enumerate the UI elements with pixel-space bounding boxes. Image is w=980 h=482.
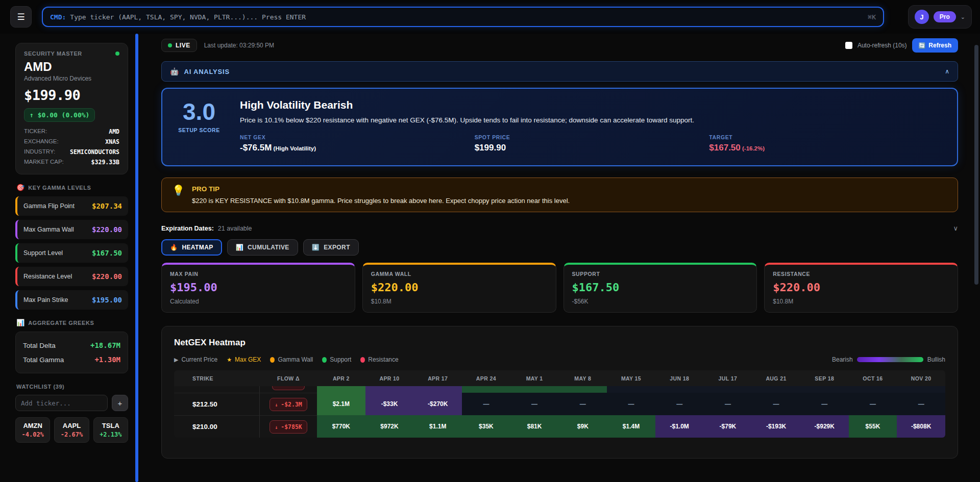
gamma-level-value: $195.00 [92, 296, 122, 304]
keyboard-shortcut-hint: ⌘K [868, 13, 876, 21]
column-header: SEP 18 [800, 370, 849, 386]
card-value: $220.00 [773, 281, 949, 294]
add-ticker-input[interactable]: Add ticker... [15, 395, 108, 411]
gamma-level-label: Max Gamma Wall [23, 226, 74, 233]
gex-cell[interactable] [317, 386, 365, 393]
gex-cell[interactable]: — [849, 393, 897, 415]
gamma-level-row[interactable]: Max Pain Strike$195.00 [15, 290, 128, 310]
column-header: APR 2 [317, 370, 365, 386]
gamma-level-row[interactable]: Gamma Flip Point$207.34 [15, 196, 128, 216]
gex-cell[interactable]: $81K [510, 415, 559, 438]
watchlist-tile[interactable]: TSLA+2.13% [93, 417, 128, 443]
strike-cell: $210.00 [174, 415, 260, 438]
auto-refresh-checkbox[interactable] [845, 42, 852, 49]
cmd-placeholder: Type ticker (AAPL, TSLA, SPY, NVDA, PLTR… [70, 13, 864, 21]
gradient-bar [857, 357, 923, 362]
hamburger-menu-icon[interactable]: ☰ [10, 6, 32, 28]
flow-delta-badge: ↓ -$785K [270, 420, 307, 434]
user-menu[interactable]: J Pro ⌄ [908, 5, 972, 29]
pro-tip-box: 💡 PRO TIP $220 is KEY RESISTANCE with $1… [161, 177, 958, 212]
gex-cell[interactable] [800, 386, 849, 393]
gex-cell[interactable]: $972K [365, 415, 414, 438]
chevron-down-icon[interactable]: ⌄ [961, 14, 965, 20]
gex-cell[interactable]: $35K [462, 415, 510, 438]
online-status-dot [115, 52, 119, 56]
gex-cell[interactable] [510, 386, 559, 393]
gex-cell[interactable]: $9K [558, 415, 607, 438]
gex-cell[interactable]: -$193K [752, 415, 800, 438]
gex-cell[interactable]: -$808K [897, 415, 945, 438]
gex-cell[interactable]: — [462, 393, 510, 415]
gex-cell[interactable]: — [558, 393, 607, 415]
field-value: $329.33B [91, 159, 119, 166]
watchlist-tile[interactable]: AMZN-4.02% [15, 417, 50, 443]
flow-badge-clipped [272, 386, 305, 390]
gex-cell[interactable] [897, 386, 945, 393]
add-ticker-button[interactable]: + [112, 395, 128, 411]
gex-cell[interactable] [365, 386, 414, 393]
gamma-levels-heading: KEY GAMMA LEVELS [28, 185, 91, 191]
gex-cell[interactable] [558, 386, 607, 393]
gex-cell[interactable]: — [510, 393, 559, 415]
gamma-level-row[interactable]: Support Level$167.50 [15, 243, 128, 263]
gex-cell[interactable]: $770K [317, 415, 365, 438]
gex-cell[interactable] [655, 386, 704, 393]
gex-cell[interactable] [607, 386, 655, 393]
gex-cell[interactable]: $55K [849, 415, 897, 438]
triangle-icon: ▶ [174, 357, 178, 363]
gamma-level-row[interactable]: Resistance Level$220.00 [15, 267, 128, 286]
greeks-heading: AGGREGATE GREEKS [28, 320, 94, 326]
column-header: JUN 18 [655, 370, 704, 386]
analysis-description: Price is 10.1% below $220 resistance wit… [240, 116, 944, 124]
gex-cell[interactable]: -$79K [704, 415, 752, 438]
watchlist-tile[interactable]: AAPL-2.67% [54, 417, 89, 443]
gex-cell[interactable]: — [752, 393, 800, 415]
analysis-stat: TARGET$167.50 (-16.2%) [709, 134, 944, 153]
gex-cell[interactable] [413, 386, 462, 393]
field-label: EXCHANGE: [24, 138, 59, 145]
expiration-dates-count: 21 available [218, 225, 252, 232]
gex-cell[interactable]: — [607, 393, 655, 415]
expiration-chevron-icon[interactable]: ∨ [953, 224, 958, 232]
gex-cell[interactable]: — [800, 393, 849, 415]
gex-cell[interactable] [849, 386, 897, 393]
security-fields: TICKER:AMDEXCHANGE:XNASINDUSTRY:SEMICOND… [24, 128, 119, 166]
refresh-button[interactable]: 🔄 Refresh [912, 38, 958, 53]
collapse-chevron-icon[interactable]: ∧ [945, 68, 949, 75]
tab-cumulative[interactable]: 📊CUMULATIVE [227, 239, 298, 256]
gex-cell[interactable]: -$33K [365, 393, 414, 415]
stat-label: SPOT PRICE [475, 134, 709, 140]
card-value: $220.00 [371, 281, 548, 294]
gex-cell[interactable]: — [897, 393, 945, 415]
cmd-prefix: CMD: [50, 13, 66, 21]
gex-cell[interactable] [704, 386, 752, 393]
ai-analysis-header[interactable]: 🤖 AI ANALYSIS ∧ [161, 61, 958, 82]
avatar[interactable]: J [915, 10, 929, 24]
watchlist-tiles: AMZN-4.02%AAPL-2.67%TSLA+2.13% [15, 417, 128, 443]
gex-cell[interactable] [462, 386, 510, 393]
view-tabs: 🔥HEATMAP📊CUMULATIVE⬇️EXPORT [161, 239, 958, 256]
strike-cell: $212.50 [174, 393, 260, 415]
gex-cell[interactable]: -$929K [800, 415, 849, 438]
tab-heatmap[interactable]: 🔥HEATMAP [161, 239, 222, 256]
card-sublabel: $10.8M [773, 298, 949, 305]
gex-cell[interactable]: $2.1M [317, 393, 365, 415]
gex-cell[interactable] [752, 386, 800, 393]
gex-cell[interactable]: — [655, 393, 704, 415]
watchlist-heading: WATCHLIST (39) [16, 384, 64, 390]
gex-cell[interactable]: -$1.0M [655, 415, 704, 438]
security-field: TICKER:AMD [24, 128, 119, 135]
column-header: AUG 21 [752, 370, 800, 386]
gex-cell[interactable]: -$270K [413, 393, 462, 415]
main-scrollbar[interactable] [974, 45, 978, 285]
heatmap-scale: BearishBullish [832, 356, 945, 363]
gex-cell[interactable]: $1.1M [413, 415, 462, 438]
gex-cell[interactable]: — [704, 393, 752, 415]
gamma-level-value: $167.50 [92, 249, 122, 257]
card-sublabel: -$56K [572, 298, 749, 305]
gex-cell[interactable]: $1.4M [607, 415, 655, 438]
tab-export[interactable]: ⬇️EXPORT [303, 239, 359, 256]
command-input[interactable]: CMD: Type ticker (AAPL, TSLA, SPY, NVDA,… [42, 7, 884, 27]
gamma-level-row[interactable]: Max Gamma Wall$220.00 [15, 220, 128, 239]
security-field: MARKET CAP:$329.33B [24, 159, 119, 166]
